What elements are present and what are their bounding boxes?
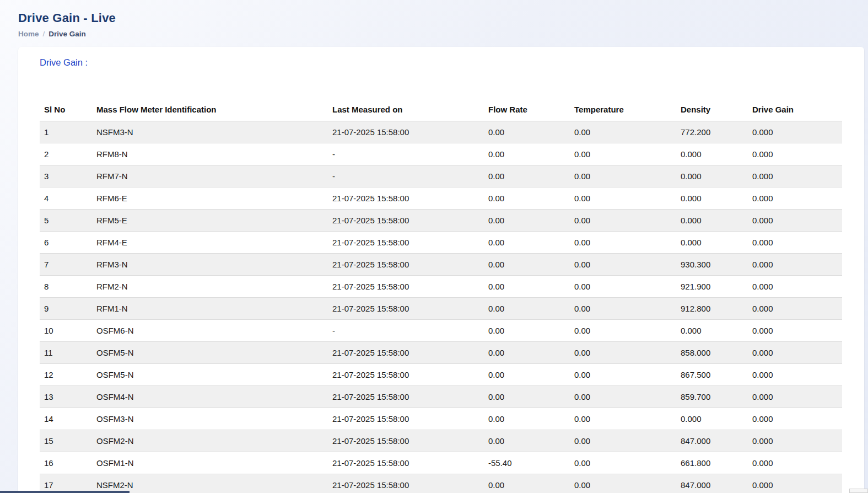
cell-density: 661.800	[676, 452, 748, 474]
cell-sl_no: 13	[40, 385, 92, 408]
cell-density: 0.000	[676, 408, 748, 430]
table-row: 6RFM4-E21-07-2025 15:58:000.000.000.0000…	[40, 231, 842, 253]
table-row: 14OSFM3-N21-07-2025 15:58:000.000.000.00…	[40, 408, 842, 430]
cell-sl_no: 15	[40, 430, 92, 452]
cell-temperature: 0.00	[570, 275, 676, 297]
cell-last_measured_on: 21-07-2025 15:58:00	[328, 363, 484, 385]
cell-last_measured_on: 21-07-2025 15:58:00	[328, 452, 484, 474]
cell-drive_gain: 0.000	[748, 209, 842, 231]
cell-last_measured_on: 21-07-2025 15:58:00	[328, 408, 484, 430]
cell-temperature: 0.00	[570, 385, 676, 408]
column-header-meter_id: Mass Flow Meter Identification	[92, 102, 328, 121]
cell-temperature: 0.00	[570, 121, 676, 143]
page-header: Drive Gain - Live Home / Drive Gain	[0, 0, 868, 38]
cell-drive_gain: 0.000	[748, 165, 842, 187]
drive-gain-card: Drive Gain : Sl NoMass Flow Meter Identi…	[18, 47, 864, 493]
cell-meter_id: OSFM5-N	[92, 363, 328, 385]
cell-meter_id: RFM6-E	[92, 187, 328, 209]
breadcrumb-separator: /	[43, 30, 45, 38]
cell-sl_no: 12	[40, 363, 92, 385]
cell-last_measured_on: 21-07-2025 15:58:00	[328, 231, 484, 253]
cell-sl_no: 14	[40, 408, 92, 430]
cell-drive_gain: 0.000	[748, 430, 842, 452]
cell-flow_rate: 0.00	[484, 363, 570, 385]
cell-flow_rate: 0.00	[484, 319, 570, 341]
cell-drive_gain: 0.000	[748, 408, 842, 430]
cell-density: 0.000	[676, 231, 748, 253]
cell-drive_gain: 0.000	[748, 385, 842, 408]
cell-flow_rate: 0.00	[484, 408, 570, 430]
cell-meter_id: OSFM3-N	[92, 408, 328, 430]
cell-flow_rate: 0.00	[484, 121, 570, 143]
cell-meter_id: RFM8-N	[92, 143, 328, 165]
cell-meter_id: OSFM4-N	[92, 385, 328, 408]
page-title: Drive Gain - Live	[18, 11, 868, 25]
cell-flow_rate: 0.00	[484, 143, 570, 165]
drive-gain-table: Sl NoMass Flow Meter IdentificationLast …	[40, 102, 842, 493]
scrollbar-corner	[849, 489, 868, 493]
column-header-drive_gain: Drive Gain	[748, 102, 842, 121]
table-row: 5RFM5-E21-07-2025 15:58:000.000.000.0000…	[40, 209, 842, 231]
section-label: Drive Gain :	[40, 57, 864, 68]
table-row: 4RFM6-E21-07-2025 15:58:000.000.000.0000…	[40, 187, 842, 209]
cell-meter_id: RFM5-E	[92, 209, 328, 231]
cell-temperature: 0.00	[570, 319, 676, 341]
cell-meter_id: OSFM6-N	[92, 319, 328, 341]
cell-sl_no: 9	[40, 297, 92, 319]
cell-sl_no: 8	[40, 275, 92, 297]
cell-flow_rate: 0.00	[484, 165, 570, 187]
cell-flow_rate: 0.00	[484, 385, 570, 408]
cell-last_measured_on: 21-07-2025 15:58:00	[328, 253, 484, 275]
cell-drive_gain: 0.000	[748, 121, 842, 143]
table-row: 17NSFM2-N21-07-2025 15:58:000.000.00847.…	[40, 474, 842, 493]
cell-sl_no: 11	[40, 341, 92, 363]
cell-last_measured_on: 21-07-2025 15:58:00	[328, 275, 484, 297]
cell-temperature: 0.00	[570, 430, 676, 452]
cell-temperature: 0.00	[570, 165, 676, 187]
table-row: 11OSFM5-N21-07-2025 15:58:000.000.00858.…	[40, 341, 842, 363]
horizontal-scrollbar-thumb[interactable]	[0, 491, 130, 493]
cell-last_measured_on: -	[328, 143, 484, 165]
cell-temperature: 0.00	[570, 297, 676, 319]
cell-drive_gain: 0.000	[748, 143, 842, 165]
cell-drive_gain: 0.000	[748, 297, 842, 319]
cell-sl_no: 17	[40, 474, 92, 493]
cell-last_measured_on: -	[328, 165, 484, 187]
cell-flow_rate: 0.00	[484, 341, 570, 363]
cell-drive_gain: 0.000	[748, 319, 842, 341]
cell-meter_id: NSFM2-N	[92, 474, 328, 493]
table-row: 16OSFM1-N21-07-2025 15:58:00-55.400.0066…	[40, 452, 842, 474]
cell-temperature: 0.00	[570, 231, 676, 253]
column-header-flow_rate: Flow Rate	[484, 102, 570, 121]
cell-sl_no: 4	[40, 187, 92, 209]
cell-drive_gain: 0.000	[748, 452, 842, 474]
cell-density: 847.000	[676, 430, 748, 452]
cell-density: 847.000	[676, 474, 748, 493]
cell-sl_no: 16	[40, 452, 92, 474]
cell-flow_rate: 0.00	[484, 275, 570, 297]
cell-meter_id: RFM1-N	[92, 297, 328, 319]
cell-last_measured_on: 21-07-2025 15:58:00	[328, 474, 484, 493]
cell-meter_id: RFM7-N	[92, 165, 328, 187]
table-row: 7RFM3-N21-07-2025 15:58:000.000.00930.30…	[40, 253, 842, 275]
cell-meter_id: RFM2-N	[92, 275, 328, 297]
column-header-temperature: Temperature	[570, 102, 676, 121]
table-row: 3RFM7-N-0.000.000.0000.000	[40, 165, 842, 187]
cell-flow_rate: 0.00	[484, 297, 570, 319]
table-header: Sl NoMass Flow Meter IdentificationLast …	[40, 102, 842, 121]
cell-temperature: 0.00	[570, 452, 676, 474]
cell-temperature: 0.00	[570, 187, 676, 209]
cell-flow_rate: 0.00	[484, 209, 570, 231]
cell-drive_gain: 0.000	[748, 253, 842, 275]
table-row: 9RFM1-N21-07-2025 15:58:000.000.00912.80…	[40, 297, 842, 319]
cell-drive_gain: 0.000	[748, 275, 842, 297]
table-row: 8RFM2-N21-07-2025 15:58:000.000.00921.90…	[40, 275, 842, 297]
cell-sl_no: 3	[40, 165, 92, 187]
table-row: 13OSFM4-N21-07-2025 15:58:000.000.00859.…	[40, 385, 842, 408]
cell-temperature: 0.00	[570, 341, 676, 363]
breadcrumb-home-link[interactable]: Home	[18, 30, 39, 38]
cell-flow_rate: 0.00	[484, 231, 570, 253]
horizontal-scrollbar[interactable]	[0, 491, 868, 493]
cell-last_measured_on: 21-07-2025 15:58:00	[328, 187, 484, 209]
cell-last_measured_on: 21-07-2025 15:58:00	[328, 341, 484, 363]
